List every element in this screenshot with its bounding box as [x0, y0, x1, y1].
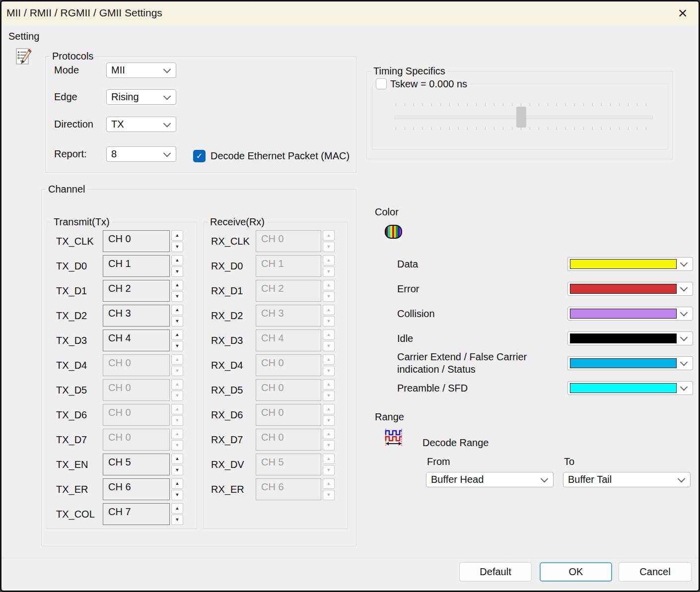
- color-select[interactable]: [567, 257, 693, 271]
- direction-select[interactable]: TX: [106, 117, 176, 132]
- spin-up-button[interactable]: ▲: [171, 404, 183, 414]
- channel-value-field[interactable]: CH 0: [256, 354, 321, 376]
- spin-down-button[interactable]: ▼: [323, 316, 335, 327]
- spin-down-button[interactable]: ▼: [323, 291, 335, 302]
- spin-down-button[interactable]: ▼: [323, 266, 335, 277]
- spin-down-button[interactable]: ▼: [171, 266, 183, 277]
- spin-up-button[interactable]: ▲: [171, 454, 183, 464]
- chevron-down-icon: [680, 309, 688, 317]
- spin-down-button[interactable]: ▼: [171, 415, 183, 426]
- channel-value-field[interactable]: CH 0: [103, 230, 170, 252]
- report-select[interactable]: 8: [106, 146, 176, 162]
- spin-up-button[interactable]: ▲: [171, 354, 183, 365]
- spin-down-button[interactable]: ▼: [323, 341, 335, 351]
- spin-down-button[interactable]: ▼: [171, 440, 183, 451]
- triangle-up-icon: ▲: [327, 481, 331, 486]
- spin-down-button[interactable]: ▼: [171, 366, 183, 376]
- spin-up-button[interactable]: ▲: [323, 255, 335, 265]
- spin-down-button[interactable]: ▼: [171, 465, 183, 475]
- channel-value-field[interactable]: CH 4: [256, 329, 321, 351]
- window-title: MII / RMII / RGMII / GMII Settings: [6, 7, 162, 19]
- spin-up-button[interactable]: ▲: [171, 280, 183, 290]
- spin-up-button[interactable]: ▲: [171, 230, 183, 241]
- channel-value-field[interactable]: CH 2: [256, 280, 321, 302]
- slider-thumb[interactable]: [516, 107, 526, 128]
- spin-up-button[interactable]: ▲: [323, 454, 335, 464]
- spin-up-button[interactable]: ▲: [323, 280, 335, 290]
- channel-value-field[interactable]: CH 0: [103, 354, 170, 376]
- close-button[interactable]: ×: [673, 3, 693, 23]
- spin-down-button[interactable]: ▼: [323, 366, 335, 376]
- spin-up-button[interactable]: ▲: [323, 305, 335, 315]
- spin-up-button[interactable]: ▲: [323, 404, 335, 414]
- spin-up-button[interactable]: ▲: [323, 379, 335, 390]
- color-select[interactable]: [567, 331, 693, 345]
- color-select[interactable]: [567, 381, 693, 395]
- channel-value-field[interactable]: CH 6: [103, 478, 170, 500]
- spin-up-button[interactable]: ▲: [323, 230, 335, 241]
- channel-value-field[interactable]: CH 6: [256, 478, 321, 500]
- spin-down-button[interactable]: ▼: [323, 242, 335, 252]
- tskew-checkbox[interactable]: [376, 78, 387, 89]
- spin-up-button[interactable]: ▲: [171, 379, 183, 390]
- channel-value-field[interactable]: CH 5: [256, 454, 321, 475]
- spin-down-button[interactable]: ▼: [171, 242, 183, 252]
- chevron-down-icon: [163, 92, 171, 100]
- cancel-button[interactable]: Cancel: [619, 562, 692, 582]
- from-select[interactable]: Buffer Head: [426, 472, 554, 487]
- channel-value-field[interactable]: CH 3: [256, 305, 321, 327]
- triangle-up-icon: ▲: [327, 382, 331, 387]
- channel-value-field[interactable]: CH 1: [256, 255, 321, 277]
- spin-down-button[interactable]: ▼: [323, 490, 335, 500]
- channel-value-field[interactable]: CH 0: [103, 429, 170, 451]
- to-select[interactable]: Buffer Tail: [563, 472, 691, 487]
- channel-value-field[interactable]: CH 3: [103, 305, 170, 327]
- channel-value-field[interactable]: CH 0: [103, 404, 170, 426]
- channel-row: RX_D7 CH 0 ▲ ▼: [204, 429, 348, 451]
- decode-mac-checkbox[interactable]: ✓ Decode Ethernet Packet (MAC): [193, 150, 350, 162]
- spin-up-button[interactable]: ▲: [171, 329, 183, 340]
- channel-value-field[interactable]: CH 7: [103, 503, 170, 525]
- spin-down-button[interactable]: ▼: [323, 391, 335, 401]
- channel-value-field[interactable]: CH 4: [103, 329, 170, 351]
- triangle-down-icon: ▼: [175, 344, 180, 348]
- channel-value-field[interactable]: CH 0: [256, 429, 321, 451]
- color-row: Preamble / SFD: [397, 381, 693, 395]
- mode-select[interactable]: MII: [106, 63, 176, 78]
- spin-up-button[interactable]: ▲: [171, 503, 183, 514]
- spin-up-button[interactable]: ▲: [323, 478, 335, 489]
- tab-setting[interactable]: Setting: [8, 31, 39, 42]
- channel-value-field[interactable]: CH 0: [256, 379, 321, 401]
- spin-down-button[interactable]: ▼: [323, 465, 335, 475]
- channel-value-field[interactable]: CH 0: [256, 404, 321, 426]
- default-button[interactable]: Default: [459, 562, 532, 582]
- edge-select[interactable]: Rising: [106, 89, 176, 105]
- color-select[interactable]: [567, 356, 693, 370]
- tskew-slider[interactable]: [395, 103, 653, 135]
- channel-value-field[interactable]: CH 1: [103, 255, 170, 277]
- channel-value-field[interactable]: CH 2: [103, 280, 170, 302]
- spin-up-button[interactable]: ▲: [323, 354, 335, 365]
- channel-row: TX_D0 CH 1 ▲ ▼: [47, 255, 197, 277]
- spin-down-button[interactable]: ▼: [323, 415, 335, 426]
- spin-down-button[interactable]: ▼: [171, 490, 183, 500]
- spin-down-button[interactable]: ▼: [171, 316, 183, 327]
- channel-row: TX_D7 CH 0 ▲ ▼: [47, 429, 197, 451]
- spin-down-button[interactable]: ▼: [171, 515, 183, 525]
- spin-up-button[interactable]: ▲: [323, 429, 335, 439]
- spin-down-button[interactable]: ▼: [171, 291, 183, 302]
- spin-up-button[interactable]: ▲: [171, 305, 183, 315]
- spin-down-button[interactable]: ▼: [323, 440, 335, 451]
- spin-down-button[interactable]: ▼: [171, 341, 183, 351]
- channel-value-field[interactable]: CH 0: [103, 379, 170, 401]
- spin-up-button[interactable]: ▲: [171, 429, 183, 439]
- color-select[interactable]: [567, 282, 693, 296]
- channel-value-field[interactable]: CH 5: [103, 454, 170, 475]
- spin-up-button[interactable]: ▲: [171, 255, 183, 265]
- spin-up-button[interactable]: ▲: [323, 329, 335, 340]
- channel-value-field[interactable]: CH 0: [256, 230, 321, 252]
- spin-down-button[interactable]: ▼: [171, 391, 183, 401]
- ok-button[interactable]: OK: [540, 562, 612, 582]
- spin-up-button[interactable]: ▲: [171, 478, 183, 489]
- color-select[interactable]: [567, 307, 693, 321]
